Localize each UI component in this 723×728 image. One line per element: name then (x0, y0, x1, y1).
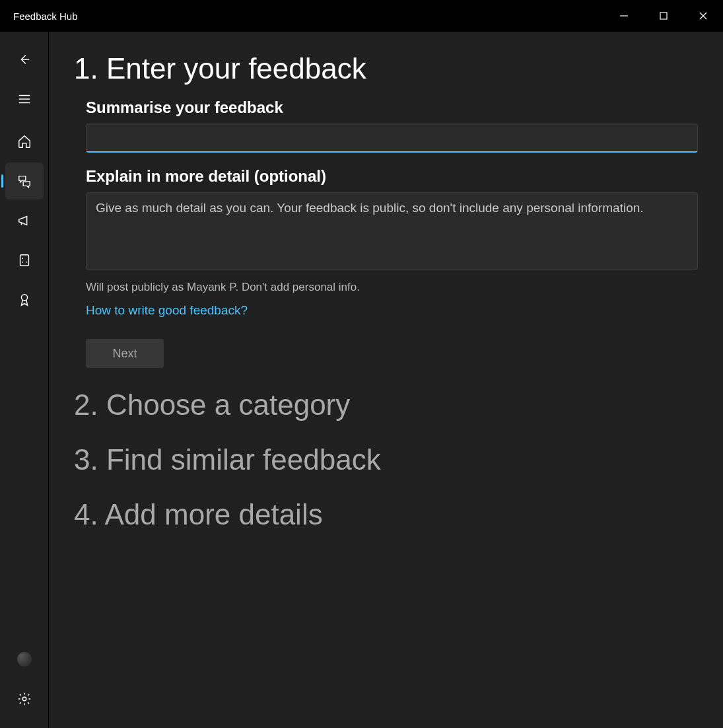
sidebar-item-profile[interactable] (5, 641, 44, 678)
sidebar-top (0, 44, 48, 321)
detail-textarea[interactable] (86, 192, 698, 270)
megaphone-icon (17, 213, 32, 228)
svg-rect-8 (20, 255, 28, 266)
step-4-title: 4. Add more details (74, 496, 698, 532)
close-button[interactable] (683, 0, 723, 32)
app-title: Feedback Hub (0, 11, 78, 22)
body: 1. Enter your feedback Summarise your fe… (0, 32, 723, 728)
step-2-title: 2. Choose a category (74, 386, 698, 423)
sidebar-item-quests[interactable] (5, 242, 44, 279)
quests-icon (17, 253, 32, 268)
window-controls (604, 0, 723, 32)
hamburger-button[interactable] (5, 83, 44, 115)
feedback-icon (17, 174, 32, 188)
public-caption: Will post publicly as Mayank P. Don't ad… (86, 281, 698, 294)
ribbon-icon (17, 293, 32, 307)
summary-input[interactable] (86, 124, 698, 153)
next-button[interactable]: Next (86, 339, 164, 368)
main-content: 1. Enter your feedback Summarise your fe… (49, 32, 723, 728)
titlebar: Feedback Hub (0, 0, 723, 32)
svg-point-10 (25, 262, 26, 263)
sidebar-item-settings[interactable] (5, 680, 44, 717)
sidebar (0, 32, 49, 728)
minimize-button[interactable] (604, 0, 644, 32)
minimize-icon (619, 11, 629, 20)
back-button[interactable] (5, 44, 44, 75)
sidebar-item-announcements[interactable] (5, 202, 44, 239)
svg-point-13 (22, 697, 26, 701)
close-icon (699, 11, 708, 20)
gear-icon (17, 692, 32, 706)
step-3-title: 3. Find similar feedback (74, 441, 698, 478)
sidebar-item-achievements[interactable] (5, 281, 44, 318)
summary-label: Summarise your feedback (86, 98, 698, 117)
svg-point-12 (21, 295, 27, 301)
sidebar-bottom (0, 641, 48, 720)
help-link[interactable]: How to write good feedback? (86, 303, 248, 318)
svg-point-9 (22, 258, 23, 259)
avatar-icon (17, 652, 32, 667)
detail-label: Explain in more detail (optional) (86, 167, 698, 186)
sidebar-item-feedback[interactable] (5, 163, 44, 200)
svg-rect-1 (660, 13, 667, 19)
step-1-title: 1. Enter your feedback (74, 50, 698, 87)
svg-point-11 (22, 262, 23, 263)
maximize-icon (659, 11, 668, 20)
back-arrow-icon (17, 52, 32, 67)
next-button-label: Next (112, 347, 137, 361)
hamburger-icon (17, 92, 32, 106)
sidebar-item-home[interactable] (5, 123, 44, 160)
step-1-body: Summarise your feedback Explain in more … (74, 98, 698, 368)
home-icon (17, 134, 32, 149)
maximize-button[interactable] (644, 0, 683, 32)
